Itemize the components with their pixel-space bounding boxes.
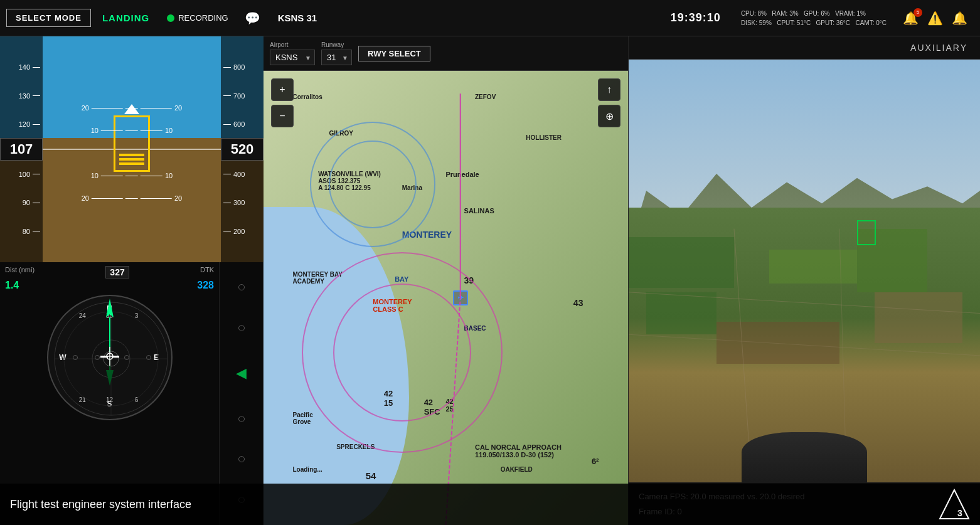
chat-icon-button[interactable]: 💬 [240, 8, 265, 28]
bell-icon[interactable]: 🔔 [952, 11, 967, 26]
camera-view [629, 60, 980, 482]
ksns-marker: ✈ [461, 298, 476, 313]
cdi-dot-left2 [95, 355, 100, 360]
pitch-mark-10-up: 10 10 [91, 127, 173, 134]
compass-ring-container: N S E W 3 6 21 24 30 12 [47, 295, 173, 420]
attitude-indicator: 20 20 10 10 10 10 20 [0, 36, 264, 262]
rwy-select-button[interactable]: RWY SELECT [358, 46, 430, 61]
compass-ring: N S E W 3 6 21 24 30 12 [47, 295, 173, 420]
dist-dtk-row: Dist (nmi) 327 DTK [5, 266, 214, 278]
cdi-dot-right [124, 355, 129, 360]
pitch-mark-10-dn: 10 10 [91, 172, 173, 179]
map-container[interactable]: MONTEREY BAY MONTEREYCLASS C 39 4215 42S… [264, 71, 628, 525]
dtk-label: DTK [200, 266, 214, 278]
altitude-tape: 800 700 600 400 300 200 520 [221, 36, 264, 262]
runway-symbol [114, 104, 150, 172]
logo-svg: 3 [939, 489, 970, 520]
plane-symbol-svg [100, 347, 119, 366]
system-stats: CPU: 8% RAM: 3% GPU: 6% VRAM: 1% DISK: 5… [736, 9, 892, 28]
clock-display: 19:39:10 [661, 11, 731, 24]
bell-alert-icon[interactable]: 🔔5 [903, 11, 919, 26]
chart-label-62: 6² [592, 457, 599, 466]
field-patch-1 [629, 237, 734, 288]
dist-value: 1.4 [5, 280, 19, 291]
map-panel: Airport KSNS KMRY KWVI Runway 31 13 26 [264, 36, 629, 525]
select-mode-button[interactable]: SELECT MODE [6, 9, 91, 27]
topbar-notification-icons: 🔔5 ⚠️ 🔔 [897, 11, 974, 26]
airport-select-wrapper[interactable]: KSNS KMRY KWVI [270, 50, 315, 65]
camera-nose [742, 432, 867, 482]
topbar: SELECT MODE LANDING RECORDING 💬 KSNS 31 … [0, 0, 980, 36]
field-patch-3 [769, 250, 857, 284]
auxiliary-header: AUXILIARY [629, 36, 980, 60]
chart-label-prunedale: Prunedale [446, 171, 479, 178]
svg-marker-6 [106, 299, 114, 317]
camera-target-box [857, 220, 876, 245]
cdi-dot-left [73, 355, 78, 360]
chart-label-pacific-grove: PacificGrove [292, 411, 312, 425]
ksns-label: KSNS 31 [270, 10, 325, 26]
warning-icon[interactable]: ⚠️ [927, 11, 943, 26]
vsi-dot-3 [238, 416, 245, 422]
chart-label-loading: Loading... [292, 466, 322, 473]
chart-label-norcal: CAL NORCAL APPROACH119.050/133.0 D-30 (1… [475, 443, 562, 459]
cdi-dot-right2 [146, 355, 151, 360]
field-patch-6 [875, 292, 962, 343]
svg-marker-21 [940, 490, 969, 519]
map-zoom-in-button[interactable]: + [271, 78, 294, 101]
dtk-value: 328 [197, 280, 214, 291]
landing-button[interactable]: LANDING [96, 9, 156, 27]
field-patch-5 [716, 322, 839, 364]
vsi-arrow: ◀ [236, 365, 247, 381]
dist-label: Dist (nmi) [5, 266, 35, 278]
pitch-mark-20-dn: 20 20 [82, 194, 183, 202]
footer-text: Flight test engineer system interface [10, 498, 191, 511]
chart-label-fremont: ZEFOV [475, 93, 496, 100]
runway-select[interactable]: 31 13 26 08 [321, 50, 352, 65]
recording-indicator [167, 14, 174, 22]
field-patch-2 [646, 292, 716, 334]
chart-label-corralitos: Corralitos [292, 93, 322, 100]
logo-mark: 3 [939, 489, 970, 520]
airport-select[interactable]: KSNS KMRY KWVI [270, 50, 315, 65]
recording-label: RECORDING [178, 13, 228, 23]
chart-label-salinas: SALINAS [464, 207, 494, 215]
vsi-dot-4 [238, 456, 245, 462]
airspace-circle-inner [329, 141, 417, 228]
runway-label: Runway [321, 41, 352, 48]
plane-center-symbol [100, 347, 119, 368]
map-controls: Airport KSNS KMRY KWVI Runway 31 13 26 [264, 36, 628, 71]
chart-label-hollister: HOLLISTER [526, 134, 562, 141]
magenta-circle-2 [302, 252, 503, 453]
svg-marker-9 [106, 370, 114, 386]
airport-control-group: Airport KSNS KMRY KWVI [270, 41, 315, 65]
map-target-button[interactable]: ⊕ [598, 105, 620, 127]
vsi-dot-1 [238, 284, 245, 290]
pitch-mark-20-up: 20 20 [82, 104, 183, 112]
footer: Flight test engineer system interface 3 [0, 484, 980, 525]
map-north-button[interactable]: ↑ [598, 78, 620, 101]
chart-label-54: 54 [366, 470, 376, 481]
right-panel: AUXILIARY [629, 36, 980, 525]
speed-tape: 140 130 120 100 90 80 107 [0, 36, 43, 262]
runway-control-group: Runway 31 13 26 08 [321, 41, 352, 65]
svg-text:3: 3 [957, 508, 962, 518]
altitude-display: 520 [221, 138, 264, 161]
airspeed-display: 107 [0, 138, 43, 161]
runway-select-wrapper[interactable]: 31 13 26 08 [321, 50, 352, 65]
recording-button[interactable]: RECORDING [161, 11, 234, 25]
vsi-dot-2 [238, 325, 245, 331]
notification-badge: 5 [913, 8, 922, 17]
airport-label: Airport [270, 41, 315, 48]
dtk-box: 327 [105, 266, 129, 278]
chart-label-oakfield: OAKFIELD [501, 466, 533, 473]
left-panel: 20 20 10 10 10 10 20 [0, 36, 264, 525]
main-content: 20 20 10 10 10 10 20 [0, 36, 980, 525]
chart-label-43: 43 [573, 298, 583, 308]
map-zoom-out-button[interactable]: − [271, 105, 294, 127]
